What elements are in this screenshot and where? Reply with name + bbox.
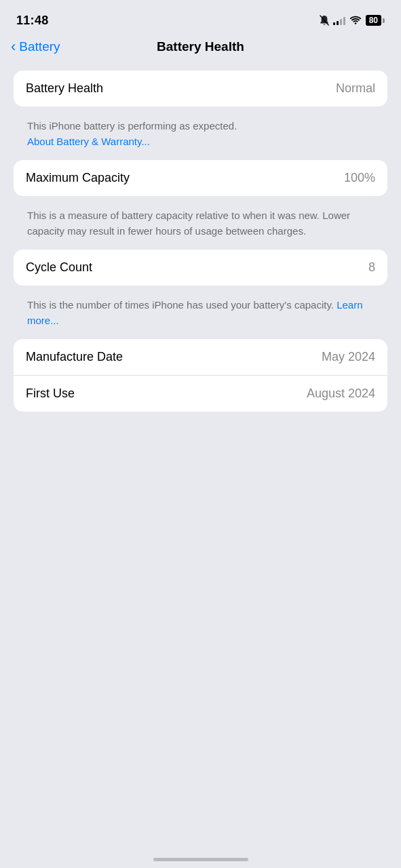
manufacture-date-row: Manufacture Date May 2024 [14,339,387,375]
battery-indicator: 80 [366,15,385,26]
manufacture-date-label: Manufacture Date [26,350,123,364]
wifi-icon [349,16,362,25]
signal-strength-icon [333,16,345,25]
cycle-count-desc-text: This is the number of times iPhone has u… [27,299,334,311]
battery-health-desc-text: This iPhone battery is performing as exp… [27,120,237,132]
content-area: Battery Health Normal This iPhone batter… [0,64,401,437]
nav-header: ‹ Battery Battery Health [0,37,401,64]
first-use-label: First Use [26,387,75,401]
back-button[interactable]: ‹ Battery [11,39,60,54]
first-use-value: August 2024 [307,387,375,401]
battery-health-description: This iPhone battery is performing as exp… [14,112,387,160]
dates-card: Manufacture Date May 2024 First Use Augu… [14,339,387,412]
status-icons: 80 [318,15,385,26]
cycle-count-card: Cycle Count 8 [14,250,387,285]
manufacture-date-value: May 2024 [322,350,375,364]
maximum-capacity-card: Maximum Capacity 100% [14,160,387,196]
battery-health-label: Battery Health [26,81,103,96]
battery-health-card: Battery Health Normal [14,71,387,106]
battery-health-row: Battery Health Normal [14,71,387,106]
maximum-capacity-row: Maximum Capacity 100% [14,160,387,196]
cycle-count-row: Cycle Count 8 [14,250,387,285]
maximum-capacity-desc-text: This is a measure of battery capacity re… [27,210,350,237]
status-bar: 11:48 80 [0,0,401,37]
battery-level: 80 [366,15,381,26]
maximum-capacity-description: This is a measure of battery capacity re… [14,201,387,250]
cycle-count-label: Cycle Count [26,260,92,275]
status-time: 11:48 [16,14,49,28]
battery-tip-icon [383,18,385,23]
maximum-capacity-label: Maximum Capacity [26,171,130,185]
battery-health-value: Normal [336,81,375,96]
maximum-capacity-value: 100% [344,171,375,185]
home-indicator [153,858,248,861]
back-label: Battery [19,39,60,54]
page-title: Battery Health [157,39,244,54]
back-chevron-icon: ‹ [11,39,16,54]
battery-warranty-link[interactable]: About Battery & Warranty... [27,136,150,147]
first-use-row: First Use August 2024 [14,375,387,412]
cycle-count-description: This is the number of times iPhone has u… [14,291,387,339]
bell-slash-icon [320,15,329,26]
cycle-count-value: 8 [368,260,375,275]
